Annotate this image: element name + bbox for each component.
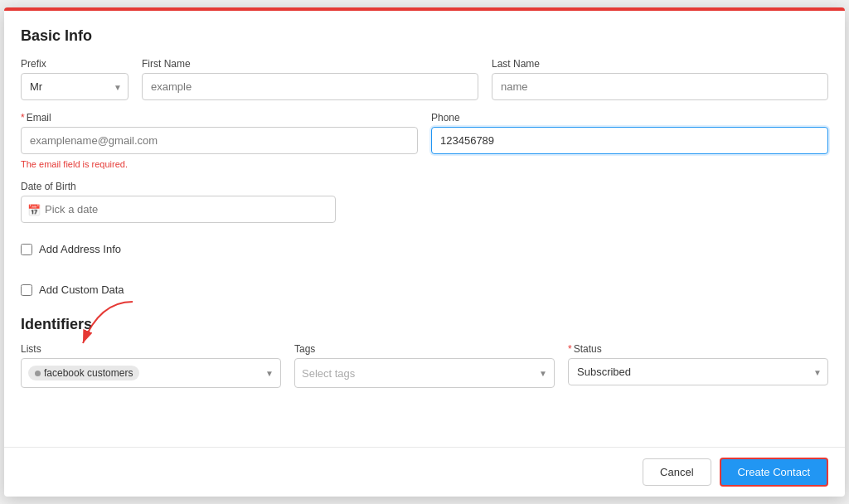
cancel-button[interactable]: Cancel <box>643 458 711 486</box>
email-error-text: The email field is required. <box>21 159 418 169</box>
email-required-marker: * <box>21 112 25 124</box>
lastname-label: Last Name <box>492 58 828 70</box>
firstname-group: First Name <box>142 58 478 100</box>
modal-footer: Cancel Create Contact <box>4 447 845 497</box>
tags-multiselect[interactable]: Select tags ▼ <box>294 358 555 388</box>
status-select[interactable]: Subscribed Unsubscribed Pending <box>568 358 828 385</box>
calendar-icon: 📅 <box>27 203 41 216</box>
form-row-1: Prefix Mr Mrs Ms Dr ▼ First Name Last Na… <box>21 58 828 100</box>
prefix-select-wrapper[interactable]: Mr Mrs Ms Dr ▼ <box>21 73 129 100</box>
firstname-label: First Name <box>142 58 478 70</box>
add-custom-checkbox[interactable] <box>21 284 32 296</box>
dob-group: Date of Birth 📅 <box>21 181 336 223</box>
chip-dot-icon <box>35 371 41 376</box>
dob-label: Date of Birth <box>21 181 336 192</box>
identifiers-row: Lists facebook customers ▼ Tags Select t… <box>21 343 828 388</box>
status-label: *Status <box>568 343 828 355</box>
phone-label: Phone <box>431 112 828 124</box>
lists-multiselect[interactable]: facebook customers ▼ <box>21 358 281 388</box>
tags-label: Tags <box>294 343 555 355</box>
lastname-input[interactable] <box>492 73 828 100</box>
add-address-row[interactable]: Add Address Info <box>21 235 828 264</box>
tags-placeholder: Select tags <box>302 367 355 380</box>
add-custom-row[interactable]: Add Custom Data <box>21 275 828 304</box>
basic-info-title: Basic Info <box>21 27 828 45</box>
identifiers-title: Identifiers <box>21 316 828 333</box>
lists-group: Lists facebook customers ▼ <box>21 343 281 388</box>
prefix-select[interactable]: Mr Mrs Ms Dr <box>21 73 129 100</box>
status-group: *Status Subscribed Unsubscribed Pending … <box>568 343 828 385</box>
lists-chevron-icon: ▼ <box>265 369 274 378</box>
dob-input[interactable] <box>21 196 336 223</box>
prefix-label: Prefix <box>21 58 129 70</box>
phone-input[interactable] <box>431 127 828 154</box>
tags-chevron-icon: ▼ <box>539 369 547 378</box>
lists-chip-label: facebook customers <box>44 367 133 379</box>
add-custom-label[interactable]: Add Custom Data <box>39 284 124 296</box>
add-address-checkbox[interactable] <box>21 244 32 255</box>
phone-group: Phone <box>431 112 828 154</box>
lastname-group: Last Name <box>492 58 828 100</box>
create-contact-button[interactable]: Create Contact <box>720 458 828 487</box>
modal-body: Basic Info Prefix Mr Mrs Ms Dr ▼ First N… <box>4 11 845 447</box>
status-required-marker: * <box>568 343 572 355</box>
email-group: *Email The email field is required. <box>21 112 418 169</box>
tags-group: Tags Select tags ▼ <box>294 343 555 388</box>
add-address-label[interactable]: Add Address Info <box>39 243 121 255</box>
identifiers-section: Identifiers Lists <box>21 316 828 388</box>
form-row-2: *Email The email field is required. Phon… <box>21 112 828 169</box>
modal-container: Basic Info Prefix Mr Mrs Ms Dr ▼ First N… <box>4 7 845 497</box>
prefix-group: Prefix Mr Mrs Ms Dr ▼ <box>21 58 129 100</box>
form-row-3: Date of Birth 📅 <box>21 181 828 223</box>
lists-label: Lists <box>21 343 281 355</box>
firstname-input[interactable] <box>142 73 478 100</box>
email-input[interactable] <box>21 127 418 154</box>
email-label: *Email <box>21 112 418 124</box>
lists-chip: facebook customers <box>28 366 139 380</box>
status-select-wrapper[interactable]: Subscribed Unsubscribed Pending ▼ <box>568 358 828 385</box>
dob-input-wrapper[interactable]: 📅 <box>21 196 336 223</box>
